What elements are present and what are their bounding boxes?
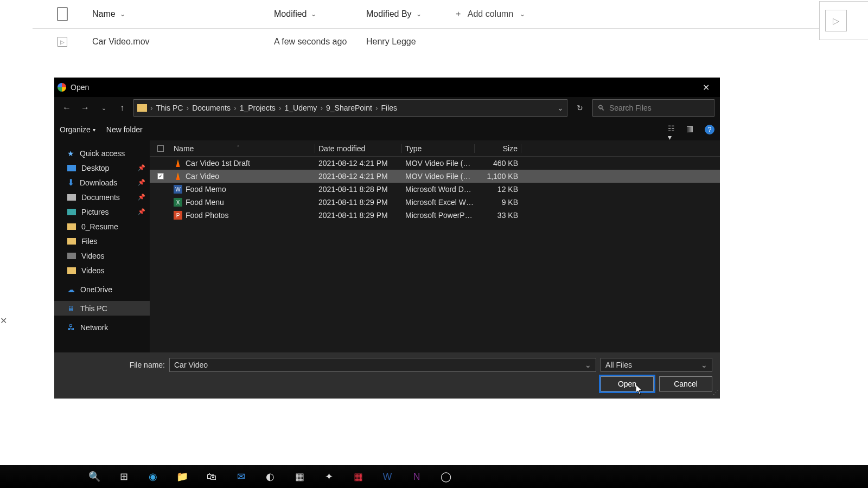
file-row[interactable]: ✓ Car Video 2021-08-12 4:21 PM MOV Video… [150, 170, 720, 183]
name-column-header[interactable]: Name ⌄ [92, 9, 274, 19]
sidebar-item-label: Downloads [80, 178, 117, 187]
file-type-filter[interactable]: All Files ⌄ [601, 358, 712, 372]
sidebar-resume[interactable]: 0_Resume [54, 219, 150, 234]
search-input[interactable]: 🔍︎ Search Files [592, 99, 714, 117]
refresh-button[interactable]: ↻ [572, 100, 588, 116]
breadcrumb[interactable]: This PC [156, 104, 183, 112]
up-button[interactable]: ↑ [115, 101, 129, 115]
task-view-icon[interactable]: ⊞ [116, 469, 131, 484]
chrome-icon[interactable]: ◐ [263, 469, 278, 484]
file-date: 2021-08-11 8:29 PM [315, 198, 402, 207]
file-name: Food Memo [186, 185, 226, 194]
file-name-input[interactable]: Car Video ⌄ [169, 358, 596, 372]
sidebar-quick-access[interactable]: ★Quick access [54, 146, 150, 160]
store-icon[interactable]: 🛍 [204, 469, 219, 484]
word-icon[interactable]: W [380, 469, 395, 484]
edge-icon[interactable]: ◉ [145, 469, 161, 484]
sidebar-pictures[interactable]: Pictures📌 [54, 204, 150, 219]
dialog-title: Open [71, 83, 695, 92]
view-options-button[interactable]: ☷ ▾ [668, 124, 680, 135]
new-folder-button[interactable]: New folder [106, 125, 143, 134]
sidebar-desktop[interactable]: Desktop📌 [54, 160, 150, 175]
windows-taskbar[interactable]: 🔍 ⊞ ◉ 📁 🛍 ✉ ◐ ▦ ✦ ▦ W N ◯ [0, 465, 868, 488]
forward-button[interactable]: → [78, 101, 92, 115]
file-type: Microsoft PowerP… [402, 211, 475, 220]
file-date: 2021-08-12 4:21 PM [315, 159, 402, 168]
word-icon: W [174, 185, 182, 194]
pin-icon: 📌 [138, 179, 145, 186]
mail-icon[interactable]: ✉ [233, 469, 248, 484]
app-icon[interactable]: ✦ [321, 469, 336, 484]
breadcrumb[interactable]: 9_SharePoint [326, 104, 372, 112]
name-column-label: Name [92, 9, 116, 19]
sidebar-this-pc[interactable]: 🖥This PC [54, 301, 150, 316]
organize-button[interactable]: Organize ▾ [60, 125, 95, 134]
file-row[interactable]: XFood Menu 2021-08-11 8:29 PM Microsoft … [150, 196, 720, 209]
search-icon: 🔍︎ [597, 104, 605, 112]
name-header[interactable]: Nameˆ [171, 144, 315, 153]
address-bar[interactable]: › This PC › Documents › 1_Projects › 1_U… [133, 99, 567, 117]
file-name-label: File name: [62, 361, 165, 369]
add-column-button[interactable]: + Add column ⌄ [456, 9, 525, 19]
sharepoint-row[interactable]: ▷ Car Video.mov A few seconds ago Henry … [33, 29, 868, 55]
chevron-down-icon[interactable]: ⌄ [557, 104, 564, 112]
chevron-right-icon: › [150, 104, 153, 112]
resize-grip-icon[interactable]: ⋰ [713, 389, 718, 396]
file-row[interactable]: Car Video 1st Draft 2021-08-12 4:21 PM M… [150, 157, 720, 170]
sidebar: ★Quick access Desktop📌 ⬇Downloads📌 Docum… [54, 140, 150, 355]
file-row[interactable]: PFood Photos 2021-08-11 8:29 PM Microsof… [150, 209, 720, 222]
toolbar: Organize ▾ New folder ☷ ▾ ▥ ? [54, 119, 720, 140]
sidebar-onedrive[interactable]: ☁OneDrive [54, 282, 150, 297]
checkbox-checked-icon[interactable]: ✓ [157, 173, 164, 179]
sidebar-downloads[interactable]: ⬇Downloads📌 [54, 175, 150, 190]
pin-icon: 📌 [138, 164, 145, 171]
file-explorer-icon[interactable]: 📁 [175, 469, 190, 484]
onenote-icon[interactable]: N [409, 469, 424, 484]
cancel-button[interactable]: Cancel [659, 376, 712, 391]
sidebar-documents[interactable]: Documents📌 [54, 190, 150, 204]
sidebar-item-label: OneDrive [80, 285, 112, 294]
file-modified-by: Henry Legge [366, 37, 456, 47]
search-icon[interactable]: 🔍 [87, 469, 102, 484]
breadcrumb[interactable]: 1_Udemy [284, 104, 317, 112]
type-header[interactable]: Type [402, 144, 475, 153]
breadcrumb[interactable]: 1_Projects [240, 104, 276, 112]
calculator-icon[interactable]: ▦ [292, 469, 307, 484]
file-size: 1,100 KB [475, 172, 521, 181]
chevron-down-icon[interactable]: ⌄ [585, 361, 591, 369]
back-button[interactable]: ← [60, 101, 74, 115]
preview-pane-button[interactable]: ▥ [686, 124, 698, 135]
open-button[interactable]: Open [601, 376, 654, 391]
file-size: 9 KB [475, 198, 521, 207]
chevron-right-icon: › [320, 104, 323, 112]
sidebar-network[interactable]: 🖧Network [54, 320, 150, 335]
details-panel: ▷ [819, 1, 868, 40]
recent-locations-button[interactable]: ⌄ [97, 101, 111, 115]
breadcrumb[interactable]: Files [381, 104, 398, 112]
breadcrumb[interactable]: Documents [192, 104, 231, 112]
modified-by-column-header[interactable]: Modified By ⌄ [366, 9, 456, 19]
sidebar-videos[interactable]: Videos [54, 263, 150, 278]
select-all-checkbox[interactable] [157, 145, 164, 152]
chrome-icon [58, 83, 66, 92]
file-type: Microsoft Excel W… [402, 198, 475, 207]
play-preview-icon[interactable]: ▷ [825, 10, 847, 31]
help-button[interactable]: ? [705, 125, 714, 134]
sidebar-videos[interactable]: Videos [54, 248, 150, 263]
app-icon[interactable]: ◯ [438, 469, 454, 484]
chevron-right-icon: › [234, 104, 237, 112]
close-button[interactable]: ✕ [695, 79, 717, 95]
file-modified: A few seconds ago [274, 37, 366, 47]
modified-column-header[interactable]: Modified ⌄ [274, 9, 366, 19]
vlc-icon [174, 159, 182, 168]
pin-icon: 📌 [138, 194, 145, 201]
file-name: Car Video.mov [92, 37, 274, 47]
pin-icon: 📌 [138, 208, 145, 215]
sidebar-item-label: 0_Resume [81, 222, 118, 231]
chevron-right-icon: › [186, 104, 189, 112]
size-header[interactable]: Size [475, 144, 521, 153]
sidebar-files[interactable]: Files [54, 234, 150, 248]
file-row[interactable]: WFood Memo 2021-08-11 8:28 PM Microsoft … [150, 183, 720, 196]
app-icon[interactable]: ▦ [350, 469, 366, 484]
date-header[interactable]: Date modified [315, 144, 402, 153]
